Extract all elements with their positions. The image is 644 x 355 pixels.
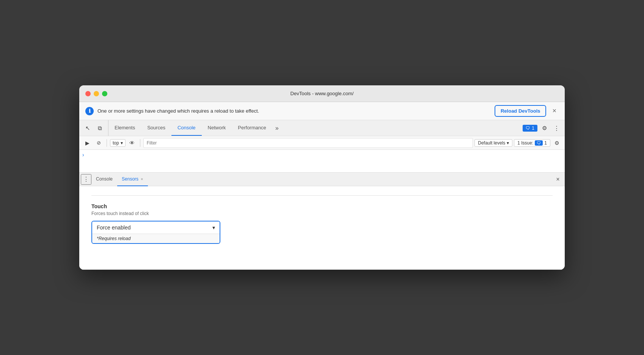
eye-icon: 👁	[129, 140, 135, 146]
tab-elements[interactable]: Elements	[108, 120, 141, 136]
device-icon: ⧉	[98, 125, 102, 132]
info-icon: ℹ	[85, 107, 94, 115]
touch-dropdown-value: Force enabled	[97, 225, 131, 231]
issue-badge[interactable]: 1 Issue: 🗨 1	[514, 139, 550, 147]
issue-count: 1	[544, 140, 547, 146]
chevron-down-icon: ▾	[121, 140, 123, 146]
gear-icon: ⚙	[542, 125, 547, 132]
close-notification-button[interactable]: ×	[550, 106, 559, 116]
sensors-divider	[91, 195, 553, 196]
title-bar: DevTools - www.google.com/	[79, 85, 565, 102]
cursor-tool-button[interactable]: ↖	[82, 123, 93, 134]
touch-section-title: Touch	[91, 203, 553, 209]
bottom-more-button[interactable]: ⋮	[81, 174, 91, 185]
settings-button[interactable]: ⚙	[539, 123, 550, 134]
close-button[interactable]	[85, 91, 91, 96]
window-title: DevTools - www.google.com/	[291, 91, 354, 96]
maximize-button[interactable]	[102, 91, 107, 96]
toolbar-icons: ↖ ⧉	[79, 120, 108, 136]
filter-input[interactable]	[143, 138, 473, 148]
bottom-tab-console-label: Console	[96, 176, 113, 182]
close-icon: ×	[556, 176, 559, 183]
tab-console[interactable]: Console	[171, 120, 202, 136]
device-toolbar-button[interactable]: ⧉	[94, 123, 105, 134]
block-button[interactable]: ⊘	[94, 138, 104, 148]
run-button[interactable]: ▶	[82, 138, 92, 148]
bottom-tabs-bar: ⋮ Console Sensors × ×	[79, 173, 565, 186]
tab-sources[interactable]: Sources	[141, 120, 171, 136]
context-label: top	[113, 140, 119, 146]
console-settings-button[interactable]: ⚙	[552, 138, 562, 148]
tab-network[interactable]: Network	[202, 120, 232, 136]
issue-icon: 🗨	[535, 140, 543, 146]
more-tabs-button[interactable]: »	[272, 120, 282, 136]
chat-icon: 🗨	[526, 126, 530, 131]
eye-button[interactable]: 👁	[127, 138, 137, 148]
tab-performance[interactable]: Performance	[232, 120, 272, 136]
issues-badge[interactable]: 🗨 1	[523, 125, 537, 132]
main-toolbar: ↖ ⧉ Elements Sources Console Network Per…	[79, 120, 565, 136]
sensors-panel: Touch Forces touch instead of click Forc…	[79, 186, 565, 270]
requires-reload-text: *Requires reload	[92, 234, 220, 243]
levels-label: Default levels	[478, 140, 505, 146]
toolbar-right: 🗨 1 ⚙ ⋮	[520, 120, 565, 136]
play-icon: ▶	[85, 140, 90, 146]
console-output: ›	[79, 150, 565, 173]
console-toolbar: ▶ ⊘ top ▾ 👁 Default levels ▾ 1 Issue: 🗨 …	[79, 136, 565, 150]
context-selector[interactable]: top ▾	[110, 139, 126, 147]
touch-section-desc: Forces touch instead of click	[91, 211, 553, 216]
touch-dropdown[interactable]: Force enabled ▾	[92, 221, 220, 234]
gear-icon-console: ⚙	[554, 140, 559, 146]
notification-bar: ℹ One or more settings have changed whic…	[79, 102, 565, 120]
issue-label: 1 Issue:	[517, 140, 533, 146]
levels-chevron-icon: ▾	[507, 140, 509, 146]
issues-count: 1	[532, 126, 534, 131]
cursor-icon: ↖	[85, 125, 90, 132]
block-icon: ⊘	[97, 140, 101, 146]
close-tab-sensors-button[interactable]: ×	[141, 177, 143, 181]
notification-message: One or more settings have changed which …	[97, 108, 491, 114]
separator	[107, 139, 107, 147]
vertical-dots-icon: ⋮	[554, 125, 559, 132]
prompt-arrow: ›	[82, 152, 84, 158]
touch-dropdown-wrapper: Force enabled ▾ *Requires reload	[91, 221, 220, 244]
minimize-button[interactable]	[94, 91, 99, 96]
bottom-panel: ⋮ Console Sensors × × Touch Forces touch…	[79, 173, 565, 270]
main-nav-tabs: Elements Sources Console Network Perform…	[108, 120, 520, 136]
close-panel-button[interactable]: ×	[553, 174, 563, 185]
bottom-tab-console[interactable]: Console	[91, 173, 117, 186]
more-menu-button[interactable]: ⋮	[551, 123, 562, 134]
touch-dropdown-arrow-icon: ▾	[212, 225, 215, 231]
traffic-lights	[85, 91, 107, 96]
levels-selector[interactable]: Default levels ▾	[474, 139, 512, 147]
reload-devtools-button[interactable]: Reload DevTools	[495, 105, 547, 117]
vertical-dots-icon-bottom: ⋮	[83, 176, 89, 183]
devtools-window: DevTools - www.google.com/ ℹ One or more…	[79, 85, 565, 270]
separator2	[140, 139, 140, 147]
bottom-tab-sensors[interactable]: Sensors ×	[117, 173, 148, 186]
bottom-tab-sensors-label: Sensors	[122, 176, 138, 182]
